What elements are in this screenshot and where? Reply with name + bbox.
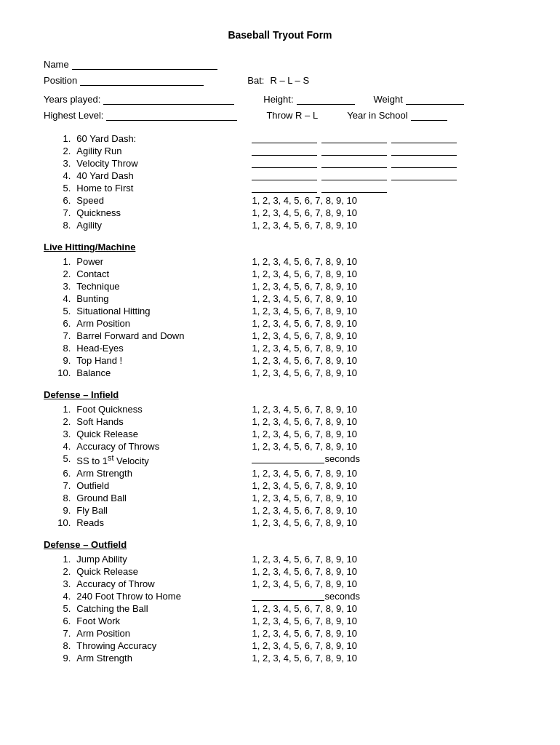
row-value: 1, 2, 3, 4, 5, 6, 7, 8, 9, 10 <box>249 194 516 207</box>
row-label: Home to First <box>73 182 249 194</box>
table-row: 10.Balance1, 2, 3, 4, 5, 6, 7, 8, 9, 10 <box>44 367 516 379</box>
row-number: 7. <box>44 479 73 492</box>
blank-field[interactable] <box>321 183 387 193</box>
scale-value: 1, 2, 3, 4, 5, 6, 7, 8, 9, 10 <box>252 220 357 231</box>
years-input[interactable] <box>103 93 234 105</box>
row-value: 1, 2, 3, 4, 5, 6, 7, 8, 9, 10 <box>249 652 516 664</box>
row-number: 1. <box>44 132 73 145</box>
blank-field[interactable] <box>252 133 317 143</box>
row-label: Arm Position <box>73 627 249 640</box>
scale-value: 1, 2, 3, 4, 5, 6, 7, 8, 9, 10 <box>252 429 357 439</box>
row-label: Barrel Forward and Down <box>73 330 249 342</box>
table-row: 1.Power1, 2, 3, 4, 5, 6, 7, 8, 9, 10 <box>44 255 516 268</box>
row-value: 1, 2, 3, 4, 5, 6, 7, 8, 9, 10 <box>249 440 516 453</box>
blank-field[interactable] <box>252 158 317 168</box>
row-number: 7. <box>44 330 73 342</box>
weight-label: Weight <box>374 94 403 105</box>
year-input[interactable] <box>411 109 447 121</box>
blank-field[interactable] <box>252 146 317 156</box>
row-number: 3. <box>44 280 73 292</box>
row-label: Arm Strength <box>73 652 249 664</box>
row-value: 1, 2, 3, 4, 5, 6, 7, 8, 9, 10 <box>249 602 516 615</box>
row-value: 1, 2, 3, 4, 5, 6, 7, 8, 9, 10 <box>249 615 516 627</box>
row-value <box>249 132 516 145</box>
bat-label: Bat: <box>247 75 264 86</box>
row-value: 1, 2, 3, 4, 5, 6, 7, 8, 9, 10 <box>249 467 516 479</box>
table-row: 2.Soft Hands1, 2, 3, 4, 5, 6, 7, 8, 9, 1… <box>44 415 516 428</box>
height-input[interactable] <box>297 93 355 105</box>
row-number: 3. <box>44 157 73 170</box>
blank-field[interactable] <box>252 183 317 193</box>
scale-value: 1, 2, 3, 4, 5, 6, 7, 8, 9, 10 <box>252 207 357 218</box>
row-value: 1, 2, 3, 4, 5, 6, 7, 8, 9, 10 <box>249 415 516 428</box>
highest-level-label: Highest Level: <box>44 110 103 121</box>
table-row: 6.Speed1, 2, 3, 4, 5, 6, 7, 8, 9, 10 <box>44 194 516 207</box>
table-row: 5.Situational Hitting1, 2, 3, 4, 5, 6, 7… <box>44 305 516 317</box>
blank-field[interactable] <box>321 133 387 143</box>
scale-value: 1, 2, 3, 4, 5, 6, 7, 8, 9, 10 <box>252 441 357 452</box>
table-row: 9.Top Hand !1, 2, 3, 4, 5, 6, 7, 8, 9, 1… <box>44 354 516 367</box>
row-number: 3. <box>44 578 73 590</box>
row-number: 8. <box>44 342 73 354</box>
seconds-blank[interactable] <box>252 591 324 601</box>
row-value: 1, 2, 3, 4, 5, 6, 7, 8, 9, 10 <box>249 342 516 354</box>
table-row: 7.Quickness1, 2, 3, 4, 5, 6, 7, 8, 9, 10 <box>44 207 516 219</box>
table-row: 8.Agility1, 2, 3, 4, 5, 6, 7, 8, 9, 10 <box>44 219 516 231</box>
scale-value: 1, 2, 3, 4, 5, 6, 7, 8, 9, 10 <box>252 318 357 329</box>
scale-value: 1, 2, 3, 4, 5, 6, 7, 8, 9, 10 <box>252 505 357 516</box>
row-label: Foot Work <box>73 615 249 627</box>
table-row: 4.Bunting1, 2, 3, 4, 5, 6, 7, 8, 9, 10 <box>44 292 516 305</box>
row-number: 8. <box>44 492 73 504</box>
weight-input[interactable] <box>406 93 464 105</box>
blank-field[interactable] <box>321 158 387 168</box>
row-value: 1, 2, 3, 4, 5, 6, 7, 8, 9, 10 <box>249 403 516 415</box>
row-number: 6. <box>44 194 73 207</box>
position-input[interactable] <box>80 74 204 86</box>
position-label: Position <box>44 75 77 86</box>
blank-field[interactable] <box>391 170 457 180</box>
blank-field[interactable] <box>321 170 387 180</box>
table-row: 1.Foot Quickness1, 2, 3, 4, 5, 6, 7, 8, … <box>44 403 516 415</box>
highest-level-input[interactable] <box>106 109 237 121</box>
name-input[interactable] <box>72 58 217 70</box>
blank-field[interactable] <box>391 158 457 168</box>
scale-value: 1, 2, 3, 4, 5, 6, 7, 8, 9, 10 <box>252 566 357 577</box>
row-value: 1, 2, 3, 4, 5, 6, 7, 8, 9, 10 <box>249 517 516 529</box>
table-row: 2.Quick Release1, 2, 3, 4, 5, 6, 7, 8, 9… <box>44 565 516 578</box>
row-label: Soft Hands <box>73 415 249 428</box>
years-label: Years played: <box>44 94 100 105</box>
row-label: 60 Yard Dash: <box>73 132 249 145</box>
row-number: 8. <box>44 640 73 652</box>
blank-field[interactable] <box>252 170 317 180</box>
row-label: Balance <box>73 367 249 379</box>
row-number: 10. <box>44 367 73 379</box>
live-hitting-table: 1.Power1, 2, 3, 4, 5, 6, 7, 8, 9, 102.Co… <box>44 255 516 379</box>
row-value <box>249 157 516 170</box>
table-row: 1.60 Yard Dash: <box>44 132 516 145</box>
row-value: 1, 2, 3, 4, 5, 6, 7, 8, 9, 10 <box>249 565 516 578</box>
table-row: 3.Accuracy of Throw1, 2, 3, 4, 5, 6, 7, … <box>44 578 516 590</box>
table-row: 3.Technique1, 2, 3, 4, 5, 6, 7, 8, 9, 10 <box>44 280 516 292</box>
blank-field[interactable] <box>391 133 457 143</box>
scale-value: 1, 2, 3, 4, 5, 6, 7, 8, 9, 10 <box>252 603 357 614</box>
row-label: Jump Ability <box>73 553 249 565</box>
row-label: Ground Ball <box>73 492 249 504</box>
row-value: 1, 2, 3, 4, 5, 6, 7, 8, 9, 10 <box>249 354 516 367</box>
row-label: Speed <box>73 194 249 207</box>
row-label: Reads <box>73 517 249 529</box>
blank-field[interactable] <box>321 146 387 156</box>
row-label: SS to 1st Velocity <box>73 453 249 467</box>
blank-field[interactable] <box>391 146 457 156</box>
row-value: 1, 2, 3, 4, 5, 6, 7, 8, 9, 10 <box>249 280 516 292</box>
scale-value: 1, 2, 3, 4, 5, 6, 7, 8, 9, 10 <box>252 404 357 415</box>
scale-value: 1, 2, 3, 4, 5, 6, 7, 8, 9, 10 <box>252 293 357 304</box>
row-value <box>249 182 516 194</box>
row-value: 1, 2, 3, 4, 5, 6, 7, 8, 9, 10 <box>249 268 516 280</box>
seconds-blank[interactable] <box>252 453 324 463</box>
row-number: 6. <box>44 467 73 479</box>
row-value: 1, 2, 3, 4, 5, 6, 7, 8, 9, 10 <box>249 330 516 342</box>
row-label: Technique <box>73 280 249 292</box>
row-number: 4. <box>44 590 73 602</box>
defense-outfield-header: Defense – Outfield <box>44 539 516 550</box>
throw-label: Throw R – L <box>266 110 318 121</box>
